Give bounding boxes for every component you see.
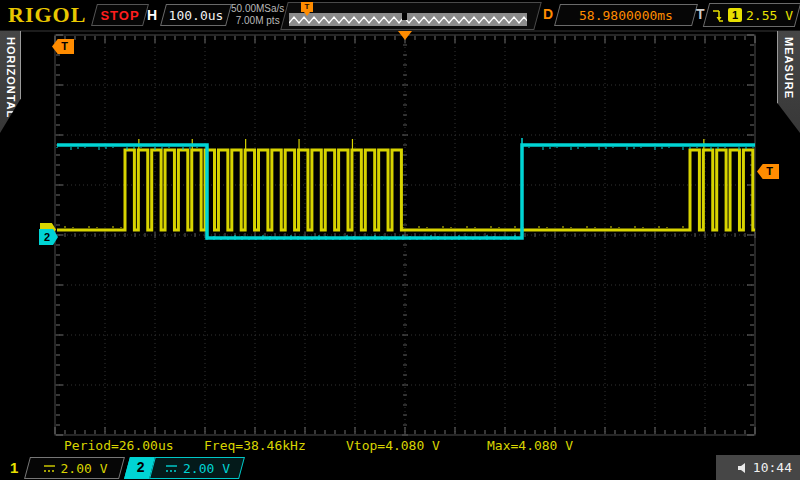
sample-rate: 50.00MSa/s <box>231 3 284 15</box>
measurement-period: Period=26.00us <box>64 438 174 453</box>
memory-depth: 7.00M pts <box>231 15 284 27</box>
oscilloscope-screen: RIGOL STOP H 100.0us 50.00MSa/s 7.00M pt… <box>0 0 800 480</box>
ch2-scale-box[interactable]: 2.00 V <box>149 457 245 479</box>
measurement-vtop: Vtop=4.080 V <box>346 438 440 453</box>
tab-horizontal-label: HORIZONTAL <box>5 37 17 118</box>
memory-waveform-zigzag <box>289 17 527 23</box>
ch2-scale-value: 2.00 V <box>183 461 230 476</box>
clock-panel: 10:44 <box>716 455 800 480</box>
bottom-channel-bar: 1 2.00 V 2 2.00 V <box>0 455 800 480</box>
trigger-source-badge: 1 <box>728 8 742 22</box>
trigger-level-value: 2.55 V <box>746 8 793 23</box>
top-status-bar: RIGOL STOP H 100.0us 50.00MSa/s 7.00M pt… <box>0 0 800 32</box>
ch1-scale-box[interactable]: 2.00 V <box>24 457 125 479</box>
memory-trigger-flag[interactable]: T <box>301 2 313 12</box>
timebase-value: 100.0us <box>164 5 228 25</box>
dc-coupling-icon <box>42 463 57 474</box>
trigger-label: T <box>696 6 705 22</box>
clock-time: 10:44 <box>753 460 792 475</box>
delay-label: D <box>543 6 553 22</box>
horizontal-label: H <box>147 7 157 23</box>
measurement-freq: Freq=38.46kHz <box>204 438 306 453</box>
ch1-number-label[interactable]: 1 <box>10 459 18 476</box>
run-state-indicator[interactable]: STOP <box>91 4 149 26</box>
tab-measure-label: MEASURE <box>783 37 795 99</box>
measurement-max: Max=4.080 V <box>487 438 573 453</box>
memory-waveform-bar[interactable] <box>289 13 527 26</box>
run-state-label: STOP <box>95 5 145 25</box>
trigger-delay-value: 58.9800000ms <box>558 5 694 25</box>
timebase-box[interactable]: 100.0us <box>160 4 232 26</box>
memory-window-indicator[interactable] <box>402 13 407 20</box>
ch1-scale-value: 2.00 V <box>61 461 108 476</box>
rigol-logo: RIGOL <box>8 2 86 28</box>
speaker-icon <box>737 462 750 474</box>
trigger-position-marker[interactable] <box>398 31 412 40</box>
trigger-settings-box[interactable]: 1 2.55 V <box>703 3 800 27</box>
waveform-display <box>0 0 800 480</box>
acquisition-info: 50.00MSa/s 7.00M pts <box>231 3 284 27</box>
trigger-delay-box[interactable]: 58.9800000ms <box>554 4 698 26</box>
dc-coupling-icon <box>164 463 179 474</box>
falling-edge-icon <box>711 7 724 23</box>
